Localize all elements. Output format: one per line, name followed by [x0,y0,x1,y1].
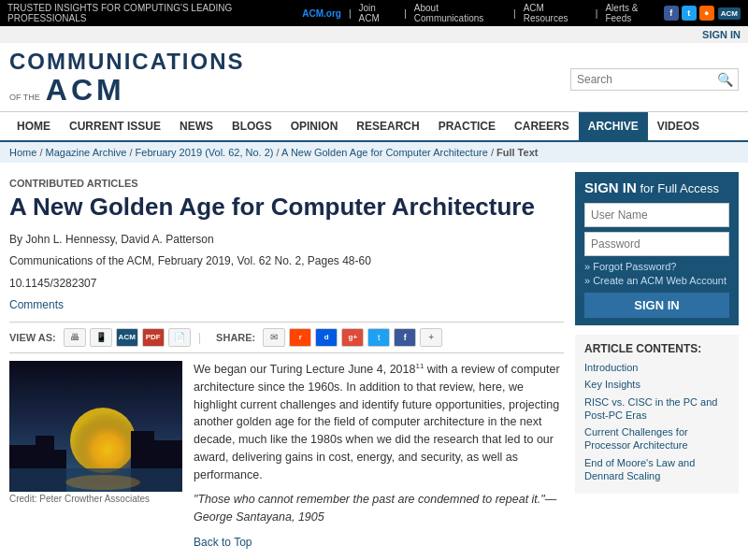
twitter-icon[interactable]: t [682,6,697,21]
article-publication: Communications of the ACM, February 2019… [9,252,564,270]
view-format2-icon[interactable]: 📄 [168,328,191,347]
share-email-icon[interactable]: ✉ [263,328,285,347]
contents-key-insights[interactable]: Key Insights [584,378,729,391]
header: COMMUNICATIONS OF THE ACM 🔍 [0,43,748,112]
share-facebook-icon[interactable]: f [394,328,416,347]
footnote-ref: 11 [415,362,424,370]
share-icons: ✉ r d g+ t f + [263,328,442,347]
signin-bar: SIGN IN [0,26,748,43]
body-text-end: with a review of computer architecture s… [194,363,560,481]
rss-icon[interactable]: ● [699,6,714,21]
share-digg-icon[interactable]: d [315,328,338,347]
svg-point-9 [65,475,140,490]
breadcrumb-magazine[interactable]: Magazine Archive [46,147,127,158]
contents-challenges[interactable]: Current Challenges for Processor Archite… [584,425,729,452]
nav-practice[interactable]: PRACTICE [429,112,505,140]
sidebar-signin-box: SIGN IN for Full Access » Forgot Passwor… [575,172,739,325]
view-share-bar: VIEW AS: 🖶 📱 ACM PDF 📄 | SHARE: ✉ r d g+… [9,322,564,353]
content: CONTRIBUTED ARTICLES A New Golden Age fo… [9,172,564,560]
facebook-icon[interactable]: f [664,6,679,21]
view-as-label: VIEW AS: [9,332,56,343]
search-box[interactable]: 🔍 [570,68,739,91]
breadcrumb: Home / Magazine Archive / February 2019 … [0,142,748,163]
contents-introduction[interactable]: Introduction [584,361,729,374]
sidebar-signin-subtitle: for Full Access [640,181,719,195]
logo: COMMUNICATIONS OF THE ACM [9,50,245,108]
main: CONTRIBUTED ARTICLES A New Golden Age fo… [0,163,748,560]
article-authors: By John L. Hennessy, David A. Patterson [9,231,564,249]
tagline: TRUSTED INSIGHTS FOR COMPUTING'S LEADING… [7,3,298,23]
breadcrumb-home[interactable]: Home [9,147,36,158]
article-comments-link[interactable]: Comments [9,298,64,311]
nav-videos[interactable]: VIDEOS [648,112,709,140]
nav-archive[interactable]: ARCHIVE [579,112,648,140]
article-body: Credit: Peter Crowther Associates We beg… [9,361,564,560]
article-contents-box: ARTICLE CONTENTS: Introduction Key Insig… [575,335,739,494]
create-account-link[interactable]: » Create an ACM Web Account [584,275,729,286]
search-button[interactable]: 🔍 [717,72,733,87]
share-label: SHARE: [216,332,255,343]
nav-home[interactable]: HOME [7,112,60,140]
breadcrumb-article[interactable]: A New Golden Age for Computer Architectu… [281,147,488,158]
contents-risc-cisc[interactable]: RISC vs. CISC in the PC and Post-PC Eras [584,395,729,423]
signin-top-link[interactable]: SIGN IN [702,29,741,40]
nav-careers[interactable]: CAREERS [505,112,579,140]
nav-research[interactable]: RESEARCH [347,112,428,140]
contents-title: ARTICLE CONTENTS: [584,342,729,355]
article-text: We began our Turing Lecture June 4, 2018… [194,361,564,560]
logo-acm: ACM [46,73,125,108]
logo-of-the: OF THE [9,93,40,102]
logo-communications: COMMUNICATIONS [9,50,245,73]
about-link[interactable]: About Communications [414,3,506,23]
acm-logo-small: ACM [718,7,741,20]
nav-opinion[interactable]: OPINION [281,112,348,140]
password-input[interactable] [584,232,729,256]
search-input[interactable] [577,73,717,86]
body-text-start: We began our Turing Lecture June 4, 2018 [194,363,415,376]
view-mobile-icon[interactable]: 📱 [90,328,112,347]
share-reddit-icon[interactable]: r [289,328,311,347]
nav-blogs[interactable]: BLOGS [223,112,281,140]
article-title: A New Golden Age for Computer Architectu… [9,193,564,222]
sidebar-signin-title: SIGN IN for Full Access [584,179,729,195]
top-bar: TRUSTED INSIGHTS FOR COMPUTING'S LEADING… [0,0,748,26]
forgot-password-link[interactable]: » Forgot Password? [584,261,729,272]
acm-link[interactable]: ACM.org [302,8,341,19]
social-icons: f t ● [664,6,714,21]
breadcrumb-issue[interactable]: February 2019 (Vol. 62, No. 2) [136,147,274,158]
back-to-top-link[interactable]: Back to Top [194,536,252,549]
body-quote: "Those who cannot remember the past are … [194,491,564,526]
view-icons: 🖶 📱 ACM PDF 📄 [64,328,191,347]
article-section-label: CONTRIBUTED ARTICLES [9,178,564,189]
resources-link[interactable]: ACM Resources [524,3,588,23]
join-acm-link[interactable]: Join ACM [359,3,397,23]
sidebar-signin-button[interactable]: SIGN IN [584,293,729,318]
nav-news[interactable]: NEWS [170,112,223,140]
username-input[interactable] [584,203,729,227]
alerts-link[interactable]: Alerts & Feeds [605,3,663,23]
image-credit: Credit: Peter Crowther Associates [9,494,182,504]
sidebar-signin-strong: SIGN IN [584,179,637,195]
sidebar: SIGN IN for Full Access » Forgot Passwor… [575,172,739,560]
view-print-icon[interactable]: 🖶 [64,328,86,347]
share-google-icon[interactable]: g+ [341,328,364,347]
contents-moores-law[interactable]: End of Moore's Law and Dennard Scaling [584,456,729,483]
view-pdf-icon[interactable]: PDF [142,328,165,347]
nav-current-issue[interactable]: CURRENT ISSUE [60,112,170,140]
article-doi: 10.1145/3282307 [9,275,564,293]
share-more-icon[interactable]: + [420,328,442,347]
share-twitter-icon[interactable]: t [367,328,390,347]
article-image [9,361,182,492]
nav: HOME CURRENT ISSUE NEWS BLOGS OPINION RE… [0,112,748,142]
logo-line: OF THE ACM [9,73,245,108]
article-image-container: Credit: Peter Crowther Associates [9,361,182,560]
body-paragraph-1: We began our Turing Lecture June 4, 2018… [194,361,564,483]
view-acm-icon[interactable]: ACM [116,328,138,347]
breadcrumb-current: Full Text [496,147,538,158]
